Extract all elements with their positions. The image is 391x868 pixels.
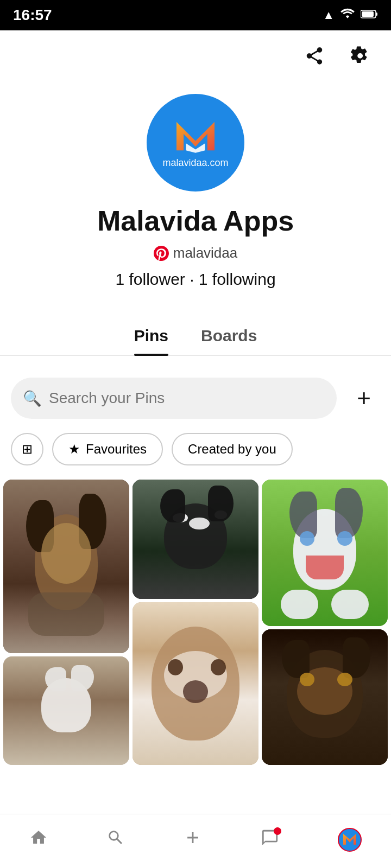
status-icons: ▲ xyxy=(323,8,378,23)
nav-messages-button[interactable] xyxy=(261,828,279,851)
nav-avatar xyxy=(338,828,362,852)
avatar: malavidaa.com xyxy=(147,94,244,192)
pin-column-3 xyxy=(262,480,388,765)
share-button[interactable] xyxy=(300,41,329,72)
nav-home-button[interactable] xyxy=(29,828,48,851)
add-pin-button[interactable]: + xyxy=(348,382,380,414)
tab-pins[interactable]: Pins xyxy=(134,327,168,355)
top-action-bar xyxy=(0,30,391,83)
profile-section: malavidaa.com Malavida Apps malavidaa 1 … xyxy=(0,83,391,310)
notification-dot xyxy=(274,827,281,835)
search-nav-icon xyxy=(106,828,125,851)
filter-chips: ⊞ ★ Favourites Created by you xyxy=(0,427,391,476)
svg-marker-3 xyxy=(176,122,215,150)
favourites-button[interactable]: ★ Favourites xyxy=(52,433,163,465)
search-wrapper: 🔍 xyxy=(11,378,337,419)
pinterest-icon xyxy=(154,246,169,261)
tab-boards[interactable]: Boards xyxy=(201,327,257,355)
search-bar-row: 🔍 + xyxy=(0,369,391,427)
nav-add-button[interactable] xyxy=(184,828,202,851)
svg-marker-5 xyxy=(343,834,356,845)
home-icon xyxy=(29,828,48,851)
add-nav-icon xyxy=(184,828,202,851)
signal-icon: ▲ xyxy=(323,8,335,22)
nav-profile-button[interactable] xyxy=(338,828,362,852)
created-by-you-button[interactable]: Created by you xyxy=(172,433,293,465)
grid-icon: ⊞ xyxy=(22,442,33,457)
star-icon: ★ xyxy=(68,442,80,457)
profile-name: Malavida Apps xyxy=(97,205,294,237)
svg-rect-2 xyxy=(362,11,374,17)
grid-view-button[interactable]: ⊞ xyxy=(11,433,43,465)
pin-column-2 xyxy=(133,480,258,765)
avatar-site-text: malavidaa.com xyxy=(162,157,228,169)
pin-item[interactable] xyxy=(133,480,258,599)
pin-grid xyxy=(0,476,391,768)
pin-item[interactable] xyxy=(262,629,388,765)
wifi-icon xyxy=(340,8,355,23)
status-time: 16:57 xyxy=(13,7,52,24)
tabs-container: Pins Boards xyxy=(0,310,391,356)
created-label: Created by you xyxy=(188,442,276,457)
stats-text: 1 follower · 1 following xyxy=(115,270,275,288)
profile-username-row: malavidaa xyxy=(154,245,238,261)
favourites-label: Favourites xyxy=(86,442,147,457)
settings-button[interactable] xyxy=(345,41,375,72)
bottom-nav xyxy=(0,814,391,868)
svg-rect-1 xyxy=(376,12,377,16)
pin-column-1 xyxy=(3,480,129,765)
nav-search-button[interactable] xyxy=(106,828,125,851)
username-text: malavidaa xyxy=(173,245,238,261)
avatar-logo: malavidaa.com xyxy=(162,117,228,169)
pin-item[interactable] xyxy=(3,480,129,653)
pin-item[interactable] xyxy=(133,602,258,765)
pin-item[interactable] xyxy=(262,480,388,626)
search-icon: 🔍 xyxy=(23,390,42,407)
search-input[interactable] xyxy=(11,378,337,419)
status-bar: 16:57 ▲ xyxy=(0,0,391,30)
battery-icon xyxy=(361,8,378,22)
pin-item[interactable] xyxy=(3,656,129,765)
profile-stats: 1 follower · 1 following xyxy=(115,270,275,289)
